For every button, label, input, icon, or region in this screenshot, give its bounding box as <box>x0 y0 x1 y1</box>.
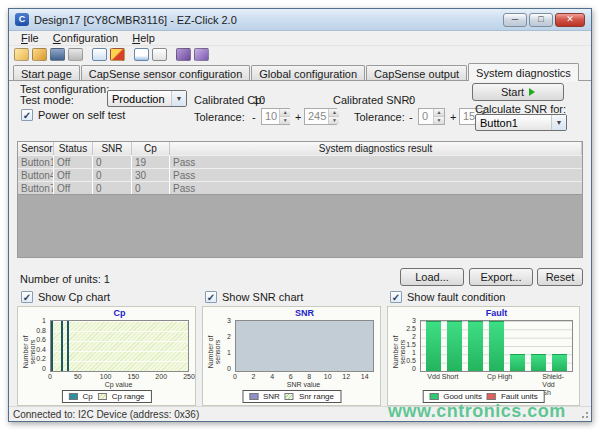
calculate-snr-value: Button1 <box>476 117 551 129</box>
fault-chart-xticks: Vdd Short Cp High Shield-Vdd Sh <box>420 373 573 381</box>
app-logo-icon: C <box>15 13 29 26</box>
table-empty-area <box>18 194 582 257</box>
good-units-legend-swatch <box>429 393 438 400</box>
test-mode-label: Test mode: <box>20 94 74 106</box>
fault-bar <box>489 321 504 371</box>
tab-capsense-output[interactable]: CapSense output <box>366 65 467 81</box>
cp-tolerance-minus-sign: - <box>252 111 256 123</box>
chevron-down-icon: ▼ <box>551 115 566 130</box>
snr-tolerance-label: Tolerance: <box>354 111 405 123</box>
watermark-text: www.cntronics.com <box>388 401 566 422</box>
fault-chart-plot-area <box>420 320 573 372</box>
cp-bar <box>51 321 53 371</box>
cp-chart-title: Cp <box>48 308 191 318</box>
cp-tolerance-minus-spinner[interactable]: 10 ▲▼ <box>261 108 290 125</box>
table-row[interactable]: Button1 Off 0 19 Pass <box>18 155 582 168</box>
table-header-row: Sensor Status SNR Cp System diagnostics … <box>18 142 582 155</box>
checkbox-check-icon: ✓ <box>390 291 402 303</box>
diagnostics-table[interactable]: Sensor Status SNR Cp System diagnostics … <box>17 141 583 258</box>
load-button[interactable]: Load... <box>400 268 464 286</box>
fault-chart: Fault Number of sensors 32.5 21.5 10.5 0… <box>387 306 580 406</box>
menu-bar: File Configuration Help <box>9 31 591 46</box>
calibrated-snr-label: Calibrated SNR: <box>333 94 412 106</box>
spinner-arrows-icon[interactable]: ▲▼ <box>279 109 290 124</box>
cp-tolerance-plus-spinner[interactable]: 245 ▲▼ <box>304 108 337 125</box>
snr-chart-legend: SNR Snr range <box>242 390 341 403</box>
tab-capsense-sensor-configuration[interactable]: CapSense sensor configuration <box>81 65 250 81</box>
snr-chart-xticks: 02 46 810 1214 <box>235 373 374 381</box>
resize-grip[interactable] <box>579 409 589 419</box>
menu-help[interactable]: Help <box>126 32 161 44</box>
cp-legend-swatch <box>68 393 77 400</box>
print-icon[interactable] <box>68 48 83 61</box>
table-row[interactable]: Button4 Off 0 30 Pass <box>18 168 582 181</box>
show-cp-chart-checkbox[interactable]: ✓ Show Cp chart <box>21 291 110 303</box>
col-header-result[interactable]: System diagnostics result <box>170 142 582 155</box>
fault-bar <box>447 321 462 371</box>
test-mode-value: Production <box>108 93 171 105</box>
tab-strip: Start page CapSense sensor configuration… <box>9 63 591 81</box>
spinner-arrows-icon[interactable]: ▲▼ <box>433 109 444 124</box>
col-header-cp[interactable]: Cp <box>132 142 170 155</box>
connect-device-icon[interactable] <box>176 48 191 61</box>
maximize-button[interactable]: □ <box>529 13 553 27</box>
open-project-icon[interactable] <box>32 48 47 61</box>
fault-bar <box>531 354 546 371</box>
fault-chart-title: Fault <box>418 308 575 318</box>
system-diagnostics-page: Test configuration: Test mode: Productio… <box>9 81 591 406</box>
save-project-icon[interactable] <box>50 48 65 61</box>
calibrated-snr-value: 0 <box>409 94 415 106</box>
power-on-self-test-checkbox[interactable]: ✓ Power on self test <box>21 109 125 121</box>
menu-file[interactable]: File <box>15 32 45 44</box>
snr-tolerance-minus-spinner[interactable]: 0 ▲▼ <box>418 108 445 125</box>
cp-chart-yticks: 10.8 0.60.4 0.20 <box>28 318 46 372</box>
snr-legend-swatch <box>249 393 258 400</box>
export-button[interactable]: Export... <box>469 268 533 286</box>
snr-tolerance-plus-sign: + <box>450 111 456 123</box>
col-header-snr[interactable]: SNR <box>93 142 132 155</box>
toolbar <box>9 46 591 63</box>
fault-bar <box>510 354 525 371</box>
col-header-sensor[interactable]: Sensor <box>18 142 54 155</box>
show-fault-condition-checkbox[interactable]: ✓ Show fault condition <box>390 291 505 303</box>
spinner-arrows-icon[interactable]: ▲▼ <box>328 109 339 124</box>
checkbox-check-icon: ✓ <box>21 109 33 121</box>
number-of-units-label: Number of units: 1 <box>20 273 110 285</box>
fault-bar <box>426 321 441 371</box>
close-button[interactable]: ✕ <box>555 13 585 27</box>
start-button[interactable]: Start <box>472 83 564 101</box>
apply-config-icon[interactable] <box>110 48 125 61</box>
test-mode-dropdown[interactable]: Production ▼ <box>107 90 187 107</box>
title-bar[interactable]: C Design17 [CY8CMBR3116] - EZ-Click 2.0 … <box>9 9 591 31</box>
minimize-button[interactable]: ─ <box>503 13 527 27</box>
tab-system-diagnostics[interactable]: System diagnostics <box>468 63 579 81</box>
snr-chart-title: SNR <box>233 308 376 318</box>
show-snr-chart-checkbox[interactable]: ✓ Show SNR chart <box>205 291 303 303</box>
tab-global-configuration[interactable]: Global configuration <box>251 65 365 81</box>
cp-chart-xlabel: Cp value <box>48 381 189 388</box>
cp-bar <box>67 321 69 371</box>
snr-chart-plot-area <box>235 320 374 372</box>
chevron-down-icon: ▼ <box>171 91 186 106</box>
cp-chart-plot-area <box>50 320 189 372</box>
table-row[interactable]: Button7 Off 0 0 Pass <box>18 181 582 194</box>
menu-configuration[interactable]: Configuration <box>47 32 124 44</box>
disconnect-device-icon[interactable] <box>194 48 209 61</box>
cp-chart-xticks: 050 100150 200250 <box>50 373 189 381</box>
tab-start-page[interactable]: Start page <box>13 65 80 81</box>
checkbox-check-icon: ✓ <box>21 291 33 303</box>
play-icon <box>529 88 535 96</box>
reset-button[interactable]: Reset <box>537 268 583 286</box>
export-register-map-icon[interactable] <box>92 48 107 61</box>
apply-to-device-icon[interactable] <box>134 48 149 61</box>
connection-status: Connected to: I2C Device (address: 0x36) <box>13 409 199 420</box>
cp-bar <box>61 321 63 371</box>
fault-bar <box>552 354 567 371</box>
calculate-snr-dropdown[interactable]: Button1 ▼ <box>475 114 567 131</box>
report-icon[interactable] <box>152 48 167 61</box>
new-project-icon[interactable] <box>14 48 29 61</box>
cp-tolerance-label: Tolerance: <box>194 111 245 123</box>
cp-tolerance-plus-sign: + <box>295 111 301 123</box>
col-header-status[interactable]: Status <box>54 142 93 155</box>
snr-chart-xlabel: SNR value <box>233 381 374 388</box>
